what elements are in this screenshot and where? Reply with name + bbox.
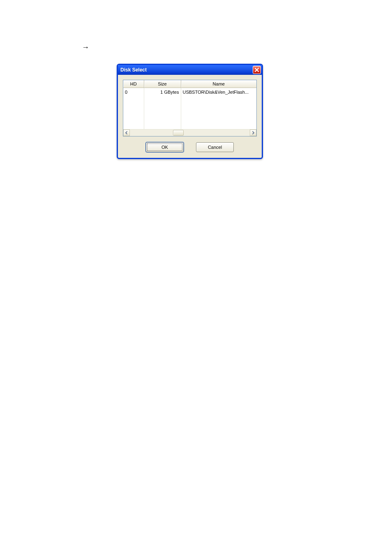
- chevron-right-icon: [251, 131, 255, 134]
- scrollbar-track[interactable]: [130, 130, 250, 136]
- scroll-right-button[interactable]: [250, 130, 256, 136]
- scroll-left-button[interactable]: [123, 130, 130, 136]
- dialog-button-row: OK Cancel: [123, 142, 257, 152]
- column-header-name[interactable]: Name: [181, 80, 256, 88]
- column-header-hd[interactable]: HD: [123, 80, 144, 88]
- scrollbar-thumb[interactable]: [173, 130, 184, 136]
- dialog-title: Disk Select: [120, 67, 253, 73]
- cell-size: 1 GBytes: [144, 88, 181, 97]
- dialog-client-area: HD Size Name 0 1 GBytes USBSTOR\Disk&Ven…: [118, 75, 262, 158]
- table-row-empty: [123, 96, 256, 104]
- cell-hd: 0: [123, 88, 144, 97]
- disk-select-dialog: Disk Select HD Size Name: [117, 64, 263, 159]
- disk-listview[interactable]: HD Size Name 0 1 GBytes USBSTOR\Disk&Ven…: [123, 80, 257, 136]
- table-row-empty: [123, 104, 256, 113]
- ok-button[interactable]: OK: [146, 142, 184, 152]
- close-icon: [254, 67, 259, 72]
- table-row-empty: [123, 113, 256, 121]
- table-row-empty: [123, 121, 256, 129]
- arrow-glyph: →: [82, 44, 89, 51]
- table-row[interactable]: 0 1 GBytes USBSTOR\Disk&Ven_JetFlash...: [123, 88, 256, 97]
- horizontal-scrollbar[interactable]: [123, 129, 256, 136]
- chevron-left-icon: [125, 131, 128, 134]
- titlebar[interactable]: Disk Select: [118, 65, 262, 75]
- close-button[interactable]: [253, 66, 261, 74]
- cell-name: USBSTOR\Disk&Ven_JetFlash...: [181, 88, 256, 97]
- column-header-size[interactable]: Size: [144, 80, 181, 88]
- cancel-button[interactable]: Cancel: [196, 142, 234, 152]
- listview-header-row: HD Size Name: [123, 80, 256, 88]
